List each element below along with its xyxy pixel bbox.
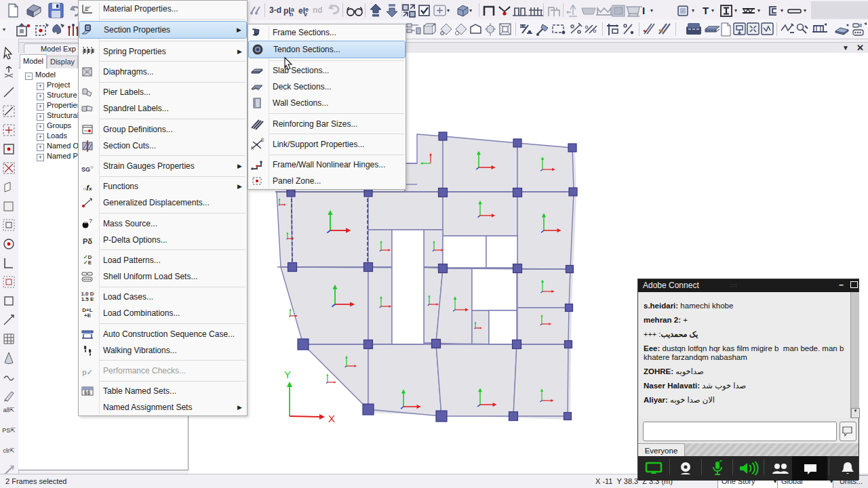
- svg-text:E: E: [261, 138, 264, 142]
- svg-text:?: ?: [89, 218, 92, 224]
- svg-text:NS: NS: [84, 390, 91, 395]
- svg-text:K: K: [251, 146, 254, 150]
